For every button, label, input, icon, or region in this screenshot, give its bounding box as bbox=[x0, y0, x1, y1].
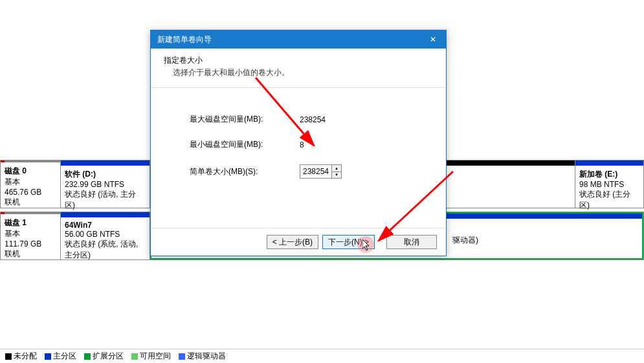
partition-e-size: 98 MB NTFS bbox=[579, 180, 639, 189]
simple-size-label: 简单卷大小(MB)(S): bbox=[190, 166, 300, 177]
dialog-title-text: 新建简单卷向导 bbox=[157, 34, 212, 45]
disk-1-extra-text: 驱动器) bbox=[452, 236, 478, 245]
partition-d-size: 232.99 GB NTFS bbox=[65, 180, 146, 189]
partition-win7-status: 状态良好 (系统, 活动, 主分区) bbox=[65, 239, 146, 261]
dialog-footer: < 上一步(B) 下一步(N) > 取消 bbox=[151, 228, 446, 256]
dialog-titlebar[interactable]: 新建简单卷向导 ✕ bbox=[151, 30, 446, 49]
dialog-header: 指定卷大小 选择介于最大和最小值的卷大小。 bbox=[151, 49, 446, 88]
volume-size-spinner[interactable]: ▲ ▼ bbox=[300, 164, 342, 179]
partition-win7-title: 64Win7 bbox=[65, 221, 146, 230]
max-space-row: 最大磁盘空间量(MB): 238254 bbox=[190, 114, 427, 125]
partition-e-title: 新加卷 (E:) bbox=[579, 169, 639, 180]
partition-e-status: 状态良好 (主分区) bbox=[579, 189, 639, 211]
disk-0-label: 磁盘 0 基本 465.76 GB 联机 bbox=[1, 160, 61, 208]
partition-d-title: 软件 (D:) bbox=[65, 169, 146, 180]
spinner-up-button[interactable]: ▲ bbox=[332, 165, 341, 172]
spinner-down-button[interactable]: ▼ bbox=[332, 172, 341, 179]
disk-1-label: 磁盘 1 基本 111.79 GB 联机 bbox=[1, 212, 61, 259]
back-button[interactable]: < 上一步(B) bbox=[267, 235, 318, 249]
legend-free: 可用空间 bbox=[131, 351, 171, 362]
close-icon: ✕ bbox=[430, 35, 436, 44]
dialog-header-title: 指定卷大小 bbox=[164, 55, 433, 66]
legend-bar: 未分配 主分区 扩展分区 可用空间 逻辑驱动器 bbox=[0, 349, 644, 363]
max-space-label: 最大磁盘空间量(MB): bbox=[190, 114, 300, 125]
disk-0-partition-d[interactable]: 软件 (D:) 232.99 GB NTFS 状态良好 (活动, 主分区) bbox=[61, 160, 150, 208]
disk-0-size: 465.76 GB bbox=[5, 188, 56, 197]
disk-1-partition-win7[interactable]: 64Win7 56.00 GB NTFS 状态良好 (系统, 活动, 主分区) bbox=[61, 212, 150, 259]
partition-win7-size: 56.00 GB NTFS bbox=[65, 230, 146, 239]
new-simple-volume-wizard-dialog: 新建简单卷向导 ✕ 指定卷大小 选择介于最大和最小值的卷大小。 最大磁盘空间量(… bbox=[150, 30, 447, 256]
min-space-label: 最小磁盘空间量(MB): bbox=[190, 139, 300, 150]
min-space-row: 最小磁盘空间量(MB): 8 bbox=[190, 139, 427, 150]
dialog-header-subtitle: 选择介于最大和最小值的卷大小。 bbox=[173, 67, 433, 78]
legend-extended: 扩展分区 bbox=[84, 351, 124, 362]
partition-d-status: 状态良好 (活动, 主分区) bbox=[65, 189, 146, 211]
disk-1-size: 111.79 GB bbox=[5, 239, 56, 248]
legend-logical: 逻辑驱动器 bbox=[179, 351, 226, 362]
disk-0-type: 基本 bbox=[5, 177, 56, 188]
volume-size-input[interactable] bbox=[300, 165, 331, 178]
next-button[interactable]: 下一步(N) > bbox=[322, 235, 375, 249]
cancel-button[interactable]: 取消 bbox=[386, 235, 437, 249]
disk-0-partition-e[interactable]: 新加卷 (E:) 98 MB NTFS 状态良好 (主分区) bbox=[575, 160, 643, 208]
disk-1-status: 联机 bbox=[5, 248, 56, 259]
legend-unallocated: 未分配 bbox=[5, 351, 37, 362]
disk-0-name: 磁盘 0 bbox=[5, 166, 56, 177]
disk-0-status: 联机 bbox=[5, 197, 56, 208]
dialog-body: 最大磁盘空间量(MB): 238254 最小磁盘空间量(MB): 8 简单卷大小… bbox=[151, 88, 446, 199]
disk-1-type: 基本 bbox=[5, 228, 56, 239]
simple-size-row: 简单卷大小(MB)(S): ▲ ▼ bbox=[190, 164, 427, 179]
legend-primary: 主分区 bbox=[45, 351, 76, 362]
min-space-value: 8 bbox=[300, 140, 364, 149]
max-space-value: 238254 bbox=[300, 115, 364, 124]
disk-1-name: 磁盘 1 bbox=[5, 217, 56, 228]
close-button[interactable]: ✕ bbox=[420, 30, 446, 49]
